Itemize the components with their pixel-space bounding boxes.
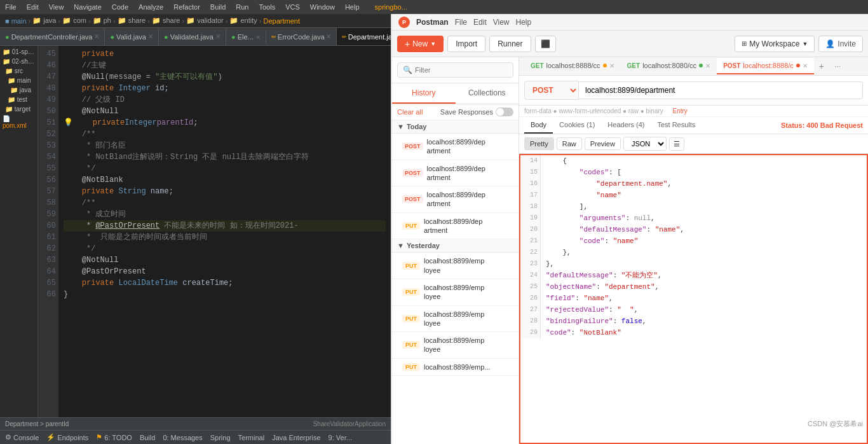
- bottom-tab-terminal[interactable]: Terminal: [238, 434, 265, 441]
- history-item[interactable]: PUT localhost:8899/employee: [392, 279, 519, 306]
- history-item[interactable]: PUT localhost:8899/department: [392, 213, 519, 240]
- os-menu-code[interactable]: Code: [112, 3, 128, 11]
- os-menu-refactor[interactable]: Refactor: [173, 3, 200, 11]
- breadcrumb-share2: 📁 share: [152, 17, 180, 25]
- bottom-tab-messages[interactable]: 0: Messages: [163, 434, 202, 441]
- history-url: localhost:8899/employee: [424, 310, 484, 328]
- tab-errorcode[interactable]: ✏ ErrorCode.java ✕: [266, 28, 337, 45]
- format-button[interactable]: ☰: [669, 137, 684, 151]
- file-tree-src[interactable]: 📁 src: [0, 66, 37, 76]
- response-body: 14 { 15 "codes": [ 16 "department.name",: [519, 154, 868, 444]
- history-item[interactable]: POST localhost:8899/department: [392, 186, 519, 213]
- tab-ele[interactable]: ● Ele... ✕: [226, 31, 266, 43]
- yesterday-section-header[interactable]: ▼ Yesterday: [392, 239, 519, 253]
- resp-tab-cookies[interactable]: Cookies (1): [553, 117, 601, 134]
- history-item[interactable]: PUT localhost:8899/employee: [392, 332, 519, 359]
- file-tree-java[interactable]: 📁 java: [0, 85, 37, 95]
- os-menu-run[interactable]: Run: [236, 3, 248, 11]
- os-menu-tools[interactable]: Tools: [259, 3, 275, 11]
- bottom-tab-ver[interactable]: 9: Ver...: [329, 434, 352, 441]
- os-menu-navigate[interactable]: Navigate: [74, 3, 101, 11]
- history-url: localhost:8899/employee: [424, 336, 484, 354]
- os-menu-build[interactable]: Build: [210, 3, 226, 11]
- response-status: Status: 400 Bad Request: [781, 121, 863, 129]
- format-type-select[interactable]: JSON XML HTML: [623, 137, 667, 151]
- bottom-tab-build[interactable]: Build: [140, 434, 155, 441]
- app-name: springbo...: [375, 3, 407, 11]
- preview-button[interactable]: Preview: [585, 137, 621, 150]
- history-item[interactable]: PUT localhost:8899/employee: [392, 253, 519, 279]
- url-input[interactable]: [579, 81, 863, 99]
- more-tabs-button[interactable]: ···: [829, 58, 846, 74]
- req-tab-get-8080[interactable]: GET localhost:8080/cc ✕: [621, 58, 717, 74]
- file-tree-main[interactable]: 📁 main: [0, 76, 37, 85]
- search-icon: 🔍: [403, 66, 412, 74]
- clear-all-button[interactable]: Clear all: [397, 108, 423, 116]
- breadcrumb-department: Department: [263, 17, 299, 25]
- history-url: localhost:8899/department: [427, 164, 485, 183]
- pretty-button[interactable]: Pretty: [524, 137, 554, 150]
- os-menu-window[interactable]: Window: [310, 3, 335, 11]
- os-menu-help[interactable]: Help: [345, 3, 360, 11]
- history-url: localhost:8899/department: [427, 190, 485, 209]
- file-tree-01[interactable]: 📁 01-springbo...: [0, 47, 37, 57]
- bottom-tab-java-enterprise[interactable]: Java Enterprise: [272, 434, 320, 441]
- bottom-tab-todo[interactable]: ⚑ 6: TODO: [96, 433, 132, 441]
- invite-button[interactable]: 👤 Invite: [818, 36, 863, 52]
- runner-button[interactable]: Runner: [489, 36, 531, 52]
- bottom-tab-console[interactable]: ⚙ Console: [5, 433, 39, 441]
- history-url: localhost:8899/emp...: [424, 363, 491, 371]
- history-url: localhost:8899/employee: [424, 256, 484, 275]
- os-menu-file[interactable]: File: [5, 3, 17, 11]
- breadcrumb-ph: 📁 ph: [93, 17, 111, 25]
- today-section-header[interactable]: ▼ Today: [392, 120, 519, 134]
- search-input[interactable]: [415, 66, 508, 74]
- line-numbers: 4546474849 5051525354 5556575859 6061626…: [38, 46, 58, 417]
- history-item[interactable]: POST localhost:8899/department: [392, 134, 519, 160]
- history-url: localhost:8899/employee: [424, 283, 484, 302]
- tab-collections[interactable]: Collections: [456, 83, 519, 104]
- postman-title: Postman: [416, 18, 449, 27]
- file-tree-02[interactable]: 📁 02-share-val...: [0, 57, 37, 66]
- os-menu-analyze[interactable]: Analyze: [139, 3, 163, 11]
- resp-tab-body[interactable]: Body: [524, 117, 553, 134]
- os-menu-view[interactable]: View: [49, 3, 64, 11]
- bottom-tab-endpoints[interactable]: ⚡ Endpoints: [46, 433, 88, 441]
- tab-department-controller[interactable]: ● DepartmentController.java ✕: [0, 28, 105, 45]
- history-item[interactable]: PUT localhost:8899/emp...: [392, 359, 519, 376]
- file-tree-target[interactable]: 📁 target: [0, 104, 37, 114]
- bottom-tab-spring[interactable]: Spring: [210, 434, 231, 441]
- file-tree-pom[interactable]: 📄 pom.xml: [0, 114, 37, 130]
- watermark: CSDN @安慕希ai: [808, 419, 863, 429]
- save-responses-toggle[interactable]: [496, 108, 513, 116]
- req-tab-post-8888[interactable]: POST localhost:8888/c ✕: [717, 58, 814, 74]
- pm-menu-edit[interactable]: Edit: [473, 18, 487, 27]
- pm-menu-file[interactable]: File: [455, 18, 467, 27]
- workspace-button[interactable]: ⊞ My Workspace ▼: [735, 36, 815, 52]
- file-tree-test[interactable]: 📁 test: [0, 95, 37, 104]
- icon-button-1[interactable]: ⬛: [535, 36, 556, 52]
- new-button[interactable]: + New ▼: [397, 36, 444, 52]
- history-item[interactable]: POST localhost:8899/department: [392, 160, 519, 187]
- os-menu-vcs[interactable]: VCS: [285, 3, 300, 11]
- raw-button[interactable]: Raw: [557, 137, 582, 150]
- pm-menu-view[interactable]: View: [493, 18, 510, 27]
- tab-history[interactable]: History: [392, 83, 456, 104]
- save-responses-label: Save Responses: [440, 108, 493, 116]
- req-tab-get-8888[interactable]: GET localhost:8888/cc ✕: [524, 58, 621, 74]
- tab-validated[interactable]: ● Validated.java ✕: [159, 28, 226, 45]
- import-button[interactable]: Import: [447, 36, 485, 52]
- tab-department-java[interactable]: ✏ Department.java ✕: [337, 28, 391, 45]
- method-select[interactable]: POST GET PUT DELETE: [524, 81, 579, 100]
- pm-menu-help[interactable]: Help: [516, 18, 532, 27]
- breadcrumb-validator: 📁 validator: [186, 17, 224, 25]
- tab-valid[interactable]: ● Valid.java ✕: [105, 28, 159, 45]
- resp-tab-headers[interactable]: Headers (4): [601, 117, 651, 134]
- add-tab-button[interactable]: +: [814, 57, 829, 75]
- breadcrumb-entity: 📁 entity: [229, 17, 257, 25]
- history-item[interactable]: PUT localhost:8899/employee: [392, 306, 519, 333]
- breadcrumb-share1: 📁 share: [118, 17, 146, 25]
- os-menu-edit[interactable]: Edit: [27, 3, 39, 11]
- resp-tab-test-results[interactable]: Test Results: [651, 117, 702, 134]
- breadcrumb-bottom: Department > parentId: [5, 420, 69, 427]
